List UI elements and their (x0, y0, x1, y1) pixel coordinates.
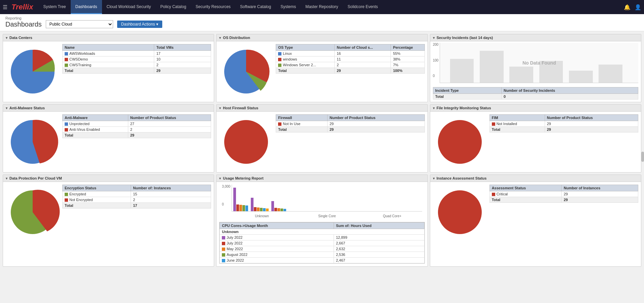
row-name: windows (276, 56, 335, 62)
collapse-icon[interactable]: ▾ (219, 177, 221, 180)
col-assess: Assessment Status (489, 185, 562, 191)
row-value: 15 (131, 191, 211, 197)
total-value: 29 (154, 68, 211, 74)
nav-system-tree[interactable]: System Tree (38, 0, 70, 14)
data-centers-panel: ▾ Data Centers Name Total VMs (3, 34, 214, 102)
collapse-icon[interactable]: ▾ (6, 36, 7, 40)
data-centers-table: Name Total VMs AWSWorkloads17CWSDemo10CW… (62, 44, 211, 99)
bar-chart: No Data Found (440, 43, 638, 83)
hamburger-icon[interactable]: ☰ (3, 4, 7, 10)
collapse-icon[interactable]: ▾ (433, 36, 435, 40)
col-am-status: Number of Product Status (128, 115, 211, 121)
quad-core-bars (271, 201, 286, 211)
table-row: Not Installed29 (489, 121, 638, 127)
table-row: May 20222,632 (220, 246, 424, 252)
table-row: AWSWorkloads17 (63, 51, 211, 56)
data-centers-title: Data Centers (9, 36, 32, 40)
bell-icon[interactable]: 🔔 (624, 4, 631, 10)
col-os-type: OS Type (276, 44, 335, 51)
total-value: 29 (545, 127, 638, 132)
data-centers-content: Name Total VMs AWSWorkloads17CWSDemo10CW… (3, 41, 214, 102)
os-distribution-content: OS Type Number of Cloud s... Percentage … (216, 41, 427, 102)
total-label: Total (489, 127, 545, 132)
table-row: CWSDemo10 (63, 56, 211, 62)
row-value: 2 (154, 62, 211, 68)
svg-point-3 (224, 120, 268, 164)
nav-right: 🔔 👤 (624, 4, 641, 10)
anti-malware-header: ▾ Anti-Malware Status (3, 105, 214, 112)
user-icon[interactable]: 👤 (635, 4, 641, 10)
y-200: 200 (433, 43, 439, 46)
usage-metering-header: ▾ Usage Metering Report (216, 175, 427, 182)
usage-metering-content: 3,000 0 (216, 182, 427, 266)
breadcrumb: Reporting (5, 16, 639, 20)
total-value: 29 (128, 132, 211, 138)
file-integrity-panel: ▾ File Integrity Monitoring Status FIM N… (430, 104, 641, 173)
nav-master-repo[interactable]: Master Repository (301, 0, 343, 14)
nav-policy-catalog[interactable]: Policy Catalog (156, 0, 191, 14)
total-count: 29 (335, 68, 391, 74)
table-row: July 20222,667 (220, 240, 424, 246)
usage-chart-wrapper: 3,000 0 (219, 185, 425, 212)
nav-systems[interactable]: Systems (276, 0, 301, 14)
nav-solidcore[interactable]: Solidcore Events (343, 0, 383, 14)
total-label: Total (63, 132, 128, 138)
table-row: Not Encrypted2 (63, 197, 211, 203)
instance-assessment-title: Instance Assessment Status (437, 176, 487, 180)
y-0: 0 (433, 74, 439, 78)
host-firewall-table: Firewall Number of Product Status Not In… (276, 114, 425, 169)
table-row: Unprotected27 (63, 121, 211, 127)
collapse-icon[interactable]: ▾ (433, 106, 435, 110)
row-value: 10 (154, 56, 211, 62)
total-value: 29 (328, 127, 425, 132)
collapse-icon[interactable]: ▾ (433, 177, 435, 180)
data-centers-pie (6, 44, 60, 99)
usage-bar-area (232, 185, 422, 212)
total-value: 0 (502, 94, 638, 100)
usage-row-label: July 2022 (220, 235, 334, 240)
y-100: 100 (433, 59, 439, 62)
anti-malware-content: Anti-Malware Number of Product Status Un… (3, 112, 214, 172)
nav-cloud-workload[interactable]: Cloud Workload Security (102, 0, 156, 14)
collapse-icon[interactable]: ▾ (6, 106, 7, 110)
collapse-icon[interactable]: ▾ (219, 36, 221, 40)
col-enc: Encryption Status (63, 185, 131, 191)
total-label: Total (63, 203, 131, 209)
collapse-icon[interactable]: ▾ (219, 106, 221, 110)
x-unknown: Unknown (229, 214, 294, 218)
nav-dashboards[interactable]: Dashboards (71, 0, 102, 14)
table-row: Linux1655% (276, 51, 425, 56)
x-single: Single Core (295, 214, 360, 218)
total-label: Total (433, 94, 501, 100)
os-distribution-header: ▾ OS Distribution (216, 34, 427, 41)
col-pct: Percentage (391, 44, 425, 51)
no-data-label: No Data Found (522, 60, 556, 66)
col-num-inst: Number of Instances (562, 185, 638, 191)
col-num-incidents: Number of Security Incidents (502, 87, 638, 94)
data-protection-content: Encryption Status Number of: Instances E… (3, 182, 214, 242)
dashboard-actions-button[interactable]: Dashboard Actions ▾ (117, 21, 162, 28)
security-incidents-header: ▾ Security Incidents (last 14 days) (430, 34, 641, 41)
data-protection-header: ▾ Data Protection Per Cloud VM (3, 175, 214, 182)
usage-row-label: August 2022 (220, 252, 334, 258)
usage-y-axis: 3,000 0 (222, 185, 230, 212)
anti-malware-pie (6, 114, 60, 169)
nav-software-catalog[interactable]: Software Catalog (235, 0, 276, 14)
dashboard-dropdown[interactable]: Public Cloud (46, 20, 113, 28)
host-firewall-content: Firewall Number of Product Status Not In… (216, 112, 427, 172)
row-pct: 38% (391, 56, 425, 62)
page-header: Reporting Dashboards Public Cloud Dashbo… (0, 14, 644, 31)
col-cloud-s: Number of Cloud s... (335, 44, 391, 51)
security-incidents-content: 200 100 0 No Data Found (430, 41, 641, 102)
nav-security-resources[interactable]: Security Resources (191, 0, 235, 14)
host-firewall-header: ▾ Host Firewall Status (216, 105, 427, 112)
usage-table-wrapper[interactable]: CPU Cores->Usage Month Sum of: Hours Use… (219, 222, 425, 264)
row-name: Not Encrypted (63, 197, 131, 203)
collapse-icon[interactable]: ▾ (6, 177, 7, 180)
total-label: Total (276, 127, 328, 132)
row-value: 29 (328, 121, 425, 127)
unknown-bars (233, 188, 248, 211)
table-row: Not In Use29 (276, 121, 425, 127)
security-incidents-table: Incident Type Number of Security Inciden… (433, 87, 638, 101)
row-name: Critical (489, 191, 562, 197)
